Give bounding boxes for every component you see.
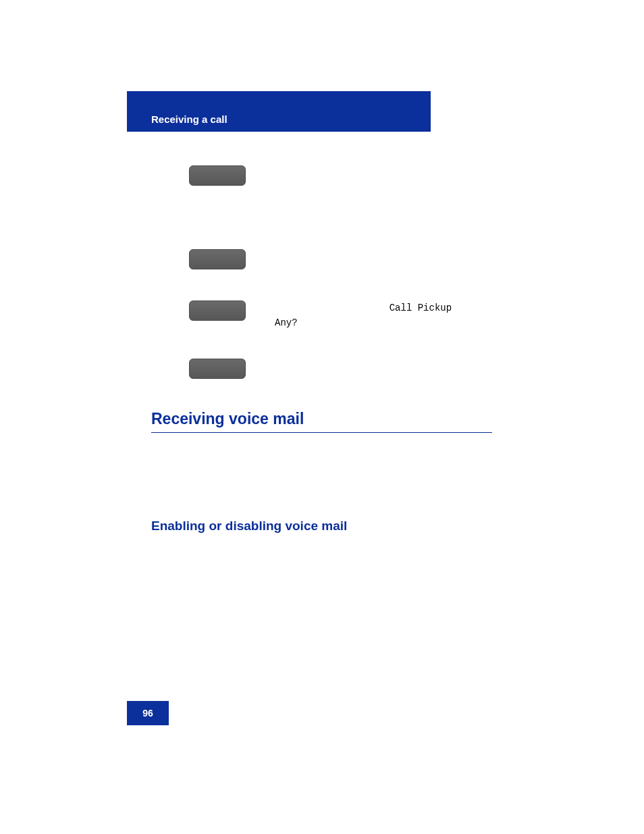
header-title: Receiving a call [151,113,227,125]
step-num: 4. [256,360,264,371]
subsection-title: Enabling or disabling voice mail [151,519,495,533]
step-4-text: 4. Press the Enter soft key. [256,359,495,373]
section-body: You can set up a voice mail that enables… [151,445,492,490]
step-1-text: 1. Press the Ftr soft key three times to… [256,165,495,194]
mono-text-1: Call Pickup [390,303,452,313]
step-4: 4. Press the Enter soft key. [151,359,495,379]
header-band: Receiving a call [127,91,431,132]
soft-key-button [189,249,246,269]
step-body: Press the Enter soft key. [267,360,369,371]
step-2-text: 2. Press the Enter soft key. [256,249,495,263]
step-body: Press the Ftr soft key three times to op… [256,167,474,192]
soft-key-button [189,165,246,186]
soft-key-button [189,301,246,321]
step-2: 2. Press the Enter soft key. [151,249,495,269]
mono-text-2: Any? [275,317,298,328]
subsection-body: You can enable or disable your voice mai… [151,543,492,558]
step-1: 1. Press the Ftr soft key three times to… [151,165,495,194]
step-3-text: 3. Press the Enter soft key until Call P… [256,301,495,330]
step-body: Press the Enter soft key. [267,251,369,261]
content-area: 1. Press the Ftr soft key three times to… [127,132,495,379]
soft-key-button [189,359,246,379]
page-number: 96 [127,701,169,725]
step-num: 3. [256,302,264,313]
step-num: 1. [256,167,264,178]
step-3: 3. Press the Enter soft key until Call P… [151,301,495,330]
step-num: 2. [256,251,264,261]
section-title: Receiving voice mail [151,410,492,433]
